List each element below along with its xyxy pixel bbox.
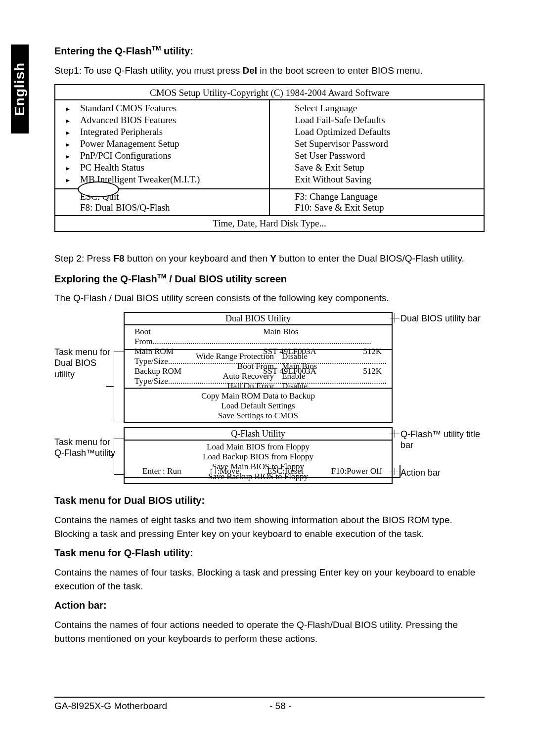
footer-model: GA-8I925X-G Motherboard xyxy=(54,701,269,712)
menu-item[interactable]: Load Optimized Defaults xyxy=(295,126,459,138)
leader-line xyxy=(114,439,124,439)
section2-heading: Exploring the Q-FlashTM / Dual BIOS util… xyxy=(54,272,485,285)
action-item: ↑↓:Move xyxy=(209,466,239,476)
section5-heading: Action bar: xyxy=(54,600,485,611)
section3-body: Contains the names of eight tasks and tw… xyxy=(54,513,485,540)
dualbios-title: Dual BIOS Utility xyxy=(125,313,392,324)
menu-item[interactable]: Integrated Peripherals xyxy=(80,126,244,138)
foot-key: F8: Dual BIOS/Q-Flash xyxy=(80,202,244,213)
leader-line xyxy=(106,386,114,387)
y-key: Y xyxy=(270,253,276,264)
label-dualbios-bar: Dual BIOS utility bar xyxy=(400,313,481,324)
esc-callout-oval xyxy=(78,181,119,197)
task-item[interactable]: Boot FromMain Bios xyxy=(134,361,382,371)
section4-heading: Task menu for Q-Flash utility: xyxy=(54,547,485,559)
menu-item[interactable]: PnP/PCI Configurations xyxy=(80,150,244,162)
menu-item[interactable]: Select Language xyxy=(295,102,459,114)
menu-item[interactable]: Exit Without Saving xyxy=(295,174,459,185)
cmos-setup-box: CMOS Setup Utility-Copyright (C) 1984-20… xyxy=(54,84,485,232)
cmos-footer-right: F3: Change Language F10: Save & Exit Set… xyxy=(270,189,484,215)
leader-line xyxy=(110,455,114,456)
task-item[interactable]: Auto RecoveryEnable xyxy=(134,371,382,381)
leader-line xyxy=(395,313,395,323)
f8-key: F8 xyxy=(113,253,124,264)
action-item: ESC:Reset xyxy=(267,466,304,476)
section1-heading: Entering the Q-FlashTM utility: xyxy=(54,44,485,57)
cmos-status: Time, Date, Hard Disk Type... xyxy=(55,216,484,231)
language-tab: English xyxy=(11,44,29,133)
label-dualbios-tasks: Task menu for Dual BIOS utility xyxy=(54,347,119,380)
task-item[interactable]: Save Settings to CMOS xyxy=(134,411,382,421)
menu-item[interactable]: Advanced BIOS Features xyxy=(80,114,244,126)
footer-page-number: - 58 - xyxy=(269,701,485,712)
cmos-right-menu: Select Language Load Fail-Safe Defaults … xyxy=(270,100,484,188)
menu-item[interactable]: Load Fail-Safe Defaults xyxy=(295,114,459,126)
label-action-bar: Action bar xyxy=(400,467,441,479)
task-item[interactable]: Copy Main ROM Data to Backup xyxy=(134,391,382,401)
page-footer: GA-8I925X-G Motherboard - 58 - xyxy=(54,697,485,712)
tm-mark: TM xyxy=(157,272,167,280)
language-tab-label: English xyxy=(12,62,28,116)
dualbios-tasks: Wide Range ProtectionDisable Boot FromMa… xyxy=(124,349,393,423)
foot-key: F3: Change Language xyxy=(295,191,459,202)
cmos-title: CMOS Setup Utility-Copyright (C) 1984-20… xyxy=(55,85,484,99)
menu-item[interactable]: Save & Exit Setup xyxy=(295,162,459,174)
leader-line xyxy=(114,474,124,475)
leader-line xyxy=(391,434,400,434)
action-item: Enter : Run xyxy=(142,466,181,476)
del-key: Del xyxy=(243,65,258,76)
leader-line xyxy=(114,439,114,474)
section3-heading: Task menu for Dual BIOS utility: xyxy=(54,495,485,506)
menu-item[interactable]: Standard CMOS Features xyxy=(80,102,244,114)
task-item[interactable]: Load Default Settings xyxy=(134,401,382,411)
cmos-footer-left: ESC: Quit F8: Dual BIOS/Q-Flash xyxy=(55,189,270,215)
leader-line xyxy=(391,318,400,318)
action-item: F10:Power Off xyxy=(331,466,382,476)
menu-item[interactable]: PC Health Status xyxy=(80,162,244,174)
step2-text: Step 2: Press F8 button on your keyboard… xyxy=(54,252,485,266)
task-item[interactable]: Halt On ErrorDisable xyxy=(134,381,382,391)
tm-mark: TM xyxy=(152,44,161,52)
leader-line xyxy=(395,430,395,438)
section5-body: Contains the names of four actions neede… xyxy=(54,618,485,645)
leader-line xyxy=(114,421,124,421)
qflash-title: Q-Flash Utility xyxy=(125,427,392,440)
task-item[interactable]: Wide Range ProtectionDisable xyxy=(134,352,382,361)
leader-line xyxy=(114,352,114,421)
action-bar: Enter : Run ↑↓:Move ESC:Reset F10:Power … xyxy=(124,465,400,478)
page-content: Entering the Q-FlashTM utility: Step1: T… xyxy=(54,44,485,652)
cmos-left-menu: Standard CMOS Features Advanced BIOS Fea… xyxy=(55,100,270,188)
dualbios-diagram: Dual BIOS Utility Boot FromMain Bios Mai… xyxy=(54,312,485,480)
leader-line xyxy=(114,352,124,352)
leader-line xyxy=(391,472,400,472)
menu-item[interactable]: Power Management Setup xyxy=(80,138,244,150)
task-item[interactable]: Load Backup BIOS from Floppy xyxy=(134,452,382,462)
step1-text: Step1: To use Q-Flash utility, you must … xyxy=(54,64,485,78)
task-item[interactable]: Load Main BIOS from Floppy xyxy=(134,442,382,452)
leader-line xyxy=(395,468,395,475)
menu-item[interactable]: Set Supervisor Password xyxy=(295,138,459,150)
section2-body: The Q-Flash / Dual BIOS utility screen c… xyxy=(54,291,485,305)
menu-item[interactable]: Set User Password xyxy=(295,150,459,162)
section4-body: Contains the names of four tasks. Blocki… xyxy=(54,566,485,593)
foot-key: F10: Save & Exit Setup xyxy=(295,202,459,213)
label-qflash-tasks: Task menu for Q-Flash™utility xyxy=(54,437,119,459)
label-qflash-bar: Q-Flash™ utility title bar xyxy=(400,429,485,451)
